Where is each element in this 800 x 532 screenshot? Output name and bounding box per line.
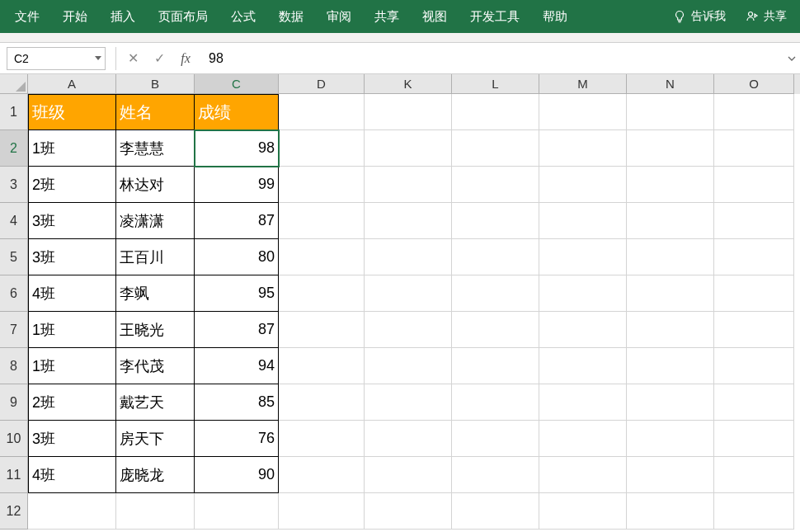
- cell-M4[interactable]: [539, 203, 627, 239]
- cell-A5[interactable]: 3班: [28, 239, 116, 275]
- cell-C9[interactable]: 85: [195, 384, 279, 421]
- cell-K10[interactable]: [365, 421, 452, 457]
- cell-N6[interactable]: [627, 275, 714, 312]
- col-header-A[interactable]: A: [28, 74, 116, 94]
- cell-L11[interactable]: [452, 457, 539, 493]
- cell-D11[interactable]: [279, 457, 365, 493]
- cell-D2[interactable]: [279, 130, 365, 167]
- cell-C3[interactable]: 99: [195, 167, 279, 203]
- cell-M11[interactable]: [539, 457, 627, 493]
- cell-D8[interactable]: [279, 348, 365, 384]
- cell-C12[interactable]: [195, 493, 279, 530]
- cell-N5[interactable]: [627, 239, 714, 275]
- cell-M8[interactable]: [539, 348, 627, 384]
- cell-O12[interactable]: [714, 493, 794, 530]
- col-header-B[interactable]: B: [116, 74, 195, 94]
- cell-M10[interactable]: [539, 421, 627, 457]
- cell-D7[interactable]: [279, 312, 365, 348]
- cell-M9[interactable]: [539, 384, 627, 421]
- cell-N1[interactable]: [627, 94, 714, 130]
- cell-O3[interactable]: [714, 167, 794, 203]
- tell-me-button[interactable]: 告诉我: [663, 0, 736, 33]
- cell-C7[interactable]: 87: [195, 312, 279, 348]
- cell-D6[interactable]: [279, 275, 365, 312]
- confirm-button[interactable]: ✓: [146, 47, 172, 70]
- cell-B9[interactable]: 戴艺天: [116, 384, 195, 421]
- cell-C1[interactable]: 成绩: [195, 94, 279, 130]
- cell-B11[interactable]: 庞晓龙: [116, 457, 195, 493]
- cell-M12[interactable]: [539, 493, 627, 530]
- cell-O7[interactable]: [714, 312, 794, 348]
- cell-N10[interactable]: [627, 421, 714, 457]
- cell-A4[interactable]: 3班: [28, 203, 116, 239]
- cell-K1[interactable]: [365, 94, 452, 130]
- cell-B3[interactable]: 林达对: [116, 167, 195, 203]
- cell-M2[interactable]: [539, 130, 627, 167]
- select-all-corner[interactable]: [0, 74, 28, 94]
- cell-N11[interactable]: [627, 457, 714, 493]
- cell-L8[interactable]: [452, 348, 539, 384]
- cell-M7[interactable]: [539, 312, 627, 348]
- cell-C8[interactable]: 94: [195, 348, 279, 384]
- ribbon-tab-9[interactable]: 开发工具: [459, 0, 531, 33]
- cell-K4[interactable]: [365, 203, 452, 239]
- row-header-5[interactable]: 5: [0, 239, 28, 275]
- cell-O6[interactable]: [714, 275, 794, 312]
- cell-K6[interactable]: [365, 275, 452, 312]
- row-header-6[interactable]: 6: [0, 275, 28, 312]
- ribbon-tab-1[interactable]: 开始: [51, 0, 99, 33]
- ribbon-tab-4[interactable]: 公式: [219, 0, 267, 33]
- cell-K8[interactable]: [365, 348, 452, 384]
- cell-D1[interactable]: [279, 94, 365, 130]
- cell-B2[interactable]: 李慧慧: [116, 130, 195, 167]
- cell-O5[interactable]: [714, 239, 794, 275]
- cell-O9[interactable]: [714, 384, 794, 421]
- cell-L10[interactable]: [452, 421, 539, 457]
- fx-button[interactable]: fx: [172, 47, 199, 70]
- cell-A8[interactable]: 1班: [28, 348, 116, 384]
- cancel-button[interactable]: ✕: [120, 47, 146, 70]
- cell-O11[interactable]: [714, 457, 794, 493]
- cell-L9[interactable]: [452, 384, 539, 421]
- cell-A11[interactable]: 4班: [28, 457, 116, 493]
- cell-A6[interactable]: 4班: [28, 275, 116, 312]
- cell-L1[interactable]: [452, 94, 539, 130]
- cell-B8[interactable]: 李代茂: [116, 348, 195, 384]
- cell-L3[interactable]: [452, 167, 539, 203]
- row-header-1[interactable]: 1: [0, 94, 28, 130]
- cell-L12[interactable]: [452, 493, 539, 530]
- cell-N8[interactable]: [627, 348, 714, 384]
- cell-N9[interactable]: [627, 384, 714, 421]
- cell-L2[interactable]: [452, 130, 539, 167]
- cell-K12[interactable]: [365, 493, 452, 530]
- cell-B1[interactable]: 姓名: [116, 94, 195, 130]
- cell-N3[interactable]: [627, 167, 714, 203]
- row-header-2[interactable]: 2: [0, 130, 28, 167]
- col-header-O[interactable]: O: [714, 74, 794, 94]
- share-button[interactable]: 共享: [736, 0, 797, 33]
- ribbon-tab-6[interactable]: 审阅: [315, 0, 363, 33]
- row-header-4[interactable]: 4: [0, 203, 28, 239]
- cell-N12[interactable]: [627, 493, 714, 530]
- cell-D10[interactable]: [279, 421, 365, 457]
- col-header-D[interactable]: D: [279, 74, 365, 94]
- cell-M5[interactable]: [539, 239, 627, 275]
- cell-K9[interactable]: [365, 384, 452, 421]
- row-header-3[interactable]: 3: [0, 167, 28, 203]
- cell-D4[interactable]: [279, 203, 365, 239]
- cell-O2[interactable]: [714, 130, 794, 167]
- cell-O4[interactable]: [714, 203, 794, 239]
- cell-A2[interactable]: 1班: [28, 130, 116, 167]
- chevron-down-icon[interactable]: [95, 56, 101, 60]
- ribbon-tab-7[interactable]: 共享: [363, 0, 411, 33]
- cell-M6[interactable]: [539, 275, 627, 312]
- cell-A12[interactable]: [28, 493, 116, 530]
- col-header-N[interactable]: N: [627, 74, 714, 94]
- col-header-M[interactable]: M: [539, 74, 627, 94]
- cell-M3[interactable]: [539, 167, 627, 203]
- cell-B12[interactable]: [116, 493, 195, 530]
- cell-L5[interactable]: [452, 239, 539, 275]
- expand-formula-icon[interactable]: [784, 54, 800, 63]
- cell-C5[interactable]: 80: [195, 239, 279, 275]
- cell-D9[interactable]: [279, 384, 365, 421]
